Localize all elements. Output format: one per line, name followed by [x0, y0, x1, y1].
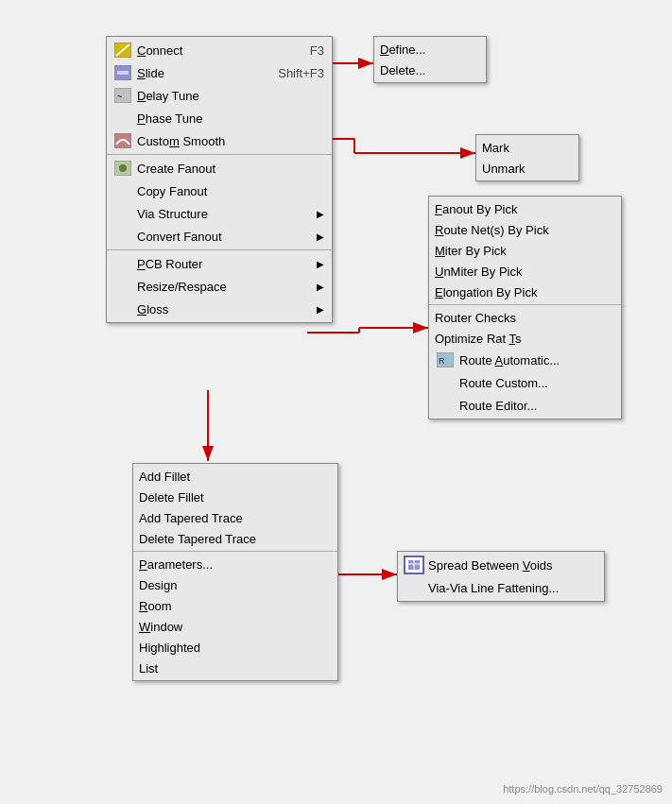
menu-item-route-custom[interactable]: Route Custom... [429, 371, 621, 394]
svg-text:~: ~ [117, 92, 122, 101]
menu-item-optimize-rat-ts[interactable]: Optimize Rat Ts [429, 328, 621, 349]
gloss-arrow: ▶ [317, 304, 324, 315]
gloss-divider [133, 551, 337, 552]
route-auto-icon: R [435, 351, 456, 369]
via-structure-icon [112, 204, 133, 223]
divider-1 [107, 154, 332, 155]
menu-item-window[interactable]: Window [133, 616, 337, 637]
pcb-router-label: PCB Router [137, 257, 309, 271]
svg-rect-13 [117, 71, 129, 75]
unmark-label: Unmark [482, 162, 571, 176]
gloss-menu: Add Fillet Delete Fillet Add Tapered Tra… [132, 463, 338, 681]
define-label: Define... [380, 43, 478, 57]
delay-tune-label: Delay Tune [137, 89, 324, 103]
convert-fanout-arrow: ▶ [317, 231, 324, 242]
room-label: Room [139, 599, 330, 613]
slide-label: Slide [137, 66, 259, 80]
menu-item-create-fanout[interactable]: Create Fanout [107, 157, 332, 180]
route-divider [429, 304, 621, 305]
menu-item-add-fillet[interactable]: Add Fillet [133, 466, 337, 487]
menu-item-delete[interactable]: Delete... [374, 60, 486, 80]
menu-item-via-structure[interactable]: Via Structure ▶ [107, 202, 332, 225]
create-fanout-icon [112, 159, 133, 178]
menu-item-delete-tapered-trace[interactable]: Delete Tapered Trace [133, 528, 337, 549]
convert-fanout-icon [112, 227, 133, 246]
menu-item-elongation-by-pick[interactable]: Elongation By Pick [429, 282, 621, 302]
route-custom-icon [435, 373, 456, 392]
watermark: https://blog.csdn.net/qq_32752869 [503, 783, 663, 795]
menu-item-highlighted[interactable]: Highlighted [133, 637, 337, 658]
menu-item-route-nets-by-pick[interactable]: Route Net(s) By Pick [429, 219, 621, 240]
route-menu: Fanout By Pick Route Net(s) By Pick Mite… [428, 196, 622, 419]
custom-smooth-icon [112, 131, 133, 150]
route-editor-label: Route Editor... [459, 399, 613, 413]
menu-item-unmiter-by-pick[interactable]: UnMiter By Pick [429, 261, 621, 282]
custom-smooth-label: Custom Smooth [137, 134, 324, 148]
optimize-rat-ts-label: Optimize Rat Ts [435, 332, 613, 346]
menu-item-mark[interactable]: Mark [476, 137, 578, 158]
mark-label: Mark [482, 141, 571, 155]
menu-item-phase-tune[interactable]: Phase Tune [107, 107, 332, 129]
pcb-router-icon [112, 254, 133, 273]
convert-fanout-label: Convert Fanout [137, 230, 309, 244]
menu-item-parameters[interactable]: Parameters... [133, 554, 337, 574]
menu-item-copy-fanout[interactable]: Copy Fanout [107, 180, 332, 202]
slide-icon [112, 63, 133, 82]
route-custom-label: Route Custom... [459, 376, 613, 390]
route-automatic-label: Route Automatic... [459, 353, 613, 368]
connect-icon [112, 41, 133, 60]
delay-icon: ~ [112, 86, 133, 105]
highlighted-label: Highlighted [139, 641, 330, 655]
spread-between-voids-label: Spread Between Voids [428, 558, 596, 573]
via-via-line-fattening-label: Via-Via Line Fattening... [428, 581, 596, 595]
menu-item-spread-between-voids[interactable]: Spread Between Voids [398, 554, 604, 576]
window-label: Window [139, 620, 330, 634]
menu-item-list[interactable]: List [133, 658, 337, 678]
menu-item-router-checks[interactable]: Router Checks [429, 307, 621, 328]
define-menu: Define... Delete... [373, 36, 487, 83]
menu-item-unmark[interactable]: Unmark [476, 158, 578, 179]
connect-label: Connect [137, 43, 291, 58]
copy-fanout-icon [112, 181, 133, 200]
unmiter-label: UnMiter By Pick [435, 265, 613, 279]
menu-item-custom-smooth[interactable]: Custom Smooth [107, 129, 332, 152]
via-structure-arrow: ▶ [317, 209, 324, 219]
menu-item-convert-fanout[interactable]: Convert Fanout ▶ [107, 225, 332, 248]
slide-shortcut: Shift+F3 [278, 66, 324, 80]
spread-menu: Spread Between Voids Via-Via Line Fatten… [397, 551, 605, 602]
phase-tune-label: Phase Tune [137, 111, 324, 126]
menu-item-define[interactable]: Define... [374, 39, 486, 60]
menu-item-add-tapered-trace[interactable]: Add Tapered Trace [133, 507, 337, 528]
menu-item-gloss[interactable]: Gloss ▶ [107, 298, 332, 320]
via-structure-label: Via Structure [137, 207, 309, 221]
route-nets-label: Route Net(s) By Pick [435, 223, 613, 237]
svg-point-18 [119, 164, 127, 172]
router-checks-label: Router Checks [435, 311, 613, 325]
delete-label: Delete... [380, 63, 478, 77]
menu-item-delete-fillet[interactable]: Delete Fillet [133, 487, 337, 507]
menu-item-slide[interactable]: Slide Shift+F3 [107, 61, 332, 84]
copy-fanout-label: Copy Fanout [137, 184, 324, 198]
main-menu: Connect F3 Slide Shift+F3 ~ Delay Tune P… [106, 36, 333, 323]
delete-fillet-label: Delete Fillet [139, 490, 330, 505]
menu-item-room[interactable]: Room [133, 595, 337, 616]
menu-item-delay-tune[interactable]: ~ Delay Tune [107, 84, 332, 107]
add-fillet-label: Add Fillet [139, 470, 330, 484]
menu-item-via-via-line-fattening[interactable]: Via-Via Line Fattening... [398, 576, 604, 599]
add-tapered-trace-label: Add Tapered Trace [139, 511, 330, 525]
menu-item-design[interactable]: Design [133, 574, 337, 595]
menu-item-resize-respace[interactable]: Resize/Respace ▶ [107, 275, 332, 298]
menu-item-pcb-router[interactable]: PCB Router ▶ [107, 252, 332, 275]
menu-item-route-editor[interactable]: Route Editor... [429, 394, 621, 417]
fanout-by-pick-label: Fanout By Pick [435, 202, 613, 216]
svg-text:R: R [439, 356, 445, 366]
route-editor-icon [435, 396, 456, 415]
gloss-icon [112, 299, 133, 318]
menu-item-route-automatic[interactable]: R Route Automatic... [429, 349, 621, 371]
pcb-router-arrow: ▶ [317, 259, 324, 269]
mark-menu: Mark Unmark [475, 134, 579, 181]
menu-item-miter-by-pick[interactable]: Miter By Pick [429, 240, 621, 261]
resize-icon [112, 277, 133, 296]
menu-item-fanout-by-pick[interactable]: Fanout By Pick [429, 198, 621, 219]
menu-item-connect[interactable]: Connect F3 [107, 39, 332, 61]
